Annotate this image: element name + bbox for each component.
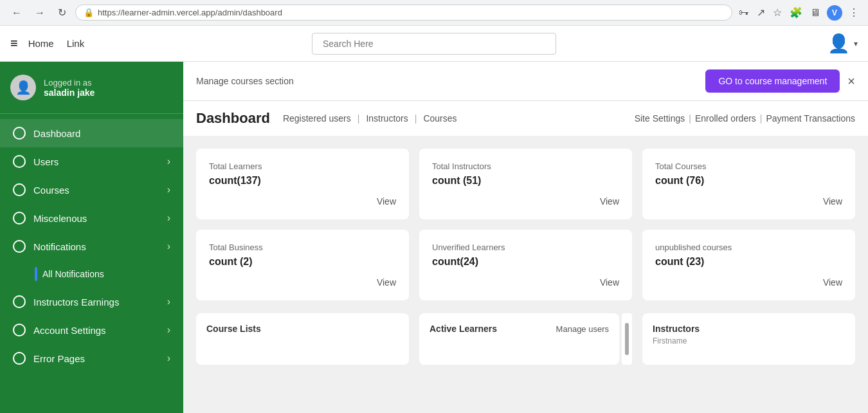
- payment-transactions-link[interactable]: Payment Transactions: [766, 113, 855, 124]
- search-input[interactable]: [312, 33, 556, 55]
- sidebar-item-label: Dashboard: [33, 128, 170, 139]
- circle-icon: [13, 155, 26, 168]
- stats-cards-grid: Total Learners count(137) View Total Ins…: [183, 136, 868, 313]
- sidebar-item-label: Miscelenous: [33, 213, 167, 224]
- stat-count: count (2): [209, 256, 396, 268]
- user-info: Logged in as saladin jake: [44, 78, 95, 98]
- link-nav[interactable]: Link: [67, 38, 85, 49]
- home-link[interactable]: Home: [28, 38, 54, 49]
- arrow-icon: ›: [167, 212, 170, 224]
- sidebar-item-users[interactable]: Users ›: [0, 147, 183, 176]
- browser-chrome: ← → ↻ 🔒 https://learner-admin.vercel.app…: [0, 0, 868, 26]
- sidebar-item-miscelenous[interactable]: Miscelenous ›: [0, 204, 183, 232]
- stat-count: count (51): [432, 175, 619, 187]
- bottom-card-header: Active Learners Manage users: [429, 324, 609, 334]
- circle-icon: [13, 295, 26, 308]
- circle-icon: [13, 240, 26, 253]
- site-settings-link[interactable]: Site Settings: [635, 113, 685, 124]
- stat-label: unpublished courses: [655, 243, 842, 252]
- bottom-card-title: Course Lists: [206, 324, 261, 334]
- manage-users-link[interactable]: Manage users: [556, 324, 609, 334]
- logged-in-label: Logged in as: [44, 78, 95, 87]
- browser-toolbar: 🗝 ↗ ☆ 🧩 🖥 V ⋮: [737, 5, 860, 21]
- bottom-card-active-learners: Active Learners Manage users: [419, 313, 619, 365]
- share-icon[interactable]: ↗: [755, 5, 766, 20]
- tab-registered-users[interactable]: Registered users: [280, 112, 354, 125]
- dashboard-settings-links: Site Settings | Enrolled orders | Paymen…: [635, 113, 855, 124]
- url-text: https://learner-admin.vercel.app/admin/d…: [98, 8, 282, 17]
- tab-instructors[interactable]: Instructors: [363, 112, 410, 125]
- scroll-bar[interactable]: [622, 313, 632, 365]
- arrow-icon: ›: [167, 156, 170, 167]
- view-link[interactable]: View: [600, 277, 619, 288]
- sidebar-item-label: Error Pages: [33, 353, 167, 364]
- view-link[interactable]: View: [823, 196, 842, 206]
- active-learners-section: Active Learners Manage users: [419, 313, 632, 365]
- bottom-card-title: Instructors: [653, 324, 700, 334]
- sidebar-sub-item-all-notifications[interactable]: All Notifications: [0, 261, 183, 288]
- stat-card-unverified-learners: Unverified Learners count(24) View: [419, 230, 632, 300]
- address-bar[interactable]: 🔒 https://learner-admin.vercel.app/admin…: [75, 5, 732, 21]
- bottom-cards-row: Course Lists Active Learners Manage user…: [183, 313, 868, 378]
- alert-text: Manage courses section: [196, 76, 294, 86]
- bottom-card-course-lists: Course Lists: [196, 313, 409, 365]
- hamburger-button[interactable]: ≡: [10, 36, 18, 51]
- sidebar-item-courses[interactable]: Courses ›: [0, 176, 183, 204]
- main-content: Manage courses section GO to course mana…: [183, 62, 868, 413]
- bottom-card-header: Instructors: [653, 324, 845, 334]
- sidebar-user-section: 👤 Logged in as saladin jake: [0, 62, 183, 114]
- sidebar-item-label: Notifications: [33, 241, 167, 252]
- sidebar-item-notifications[interactable]: Notifications ›: [0, 232, 183, 261]
- stat-card-unpublished-courses: unpublished courses count (23) View: [642, 230, 855, 300]
- main-nav: Home Link: [28, 38, 85, 49]
- stat-card-total-business: Total Business count (2) View: [196, 230, 409, 300]
- view-link[interactable]: View: [600, 196, 619, 206]
- stat-count: count (23): [655, 256, 842, 268]
- sidebar-item-label: Account Settings: [33, 325, 167, 336]
- circle-icon: [13, 352, 26, 365]
- view-link[interactable]: View: [377, 277, 396, 288]
- bottom-card-title: Active Learners: [429, 324, 497, 334]
- sidebar-item-label: Instructors Earnings: [33, 297, 167, 307]
- user-menu[interactable]: 👤 ▾: [827, 33, 858, 54]
- sidebar-item-account-settings[interactable]: Account Settings ›: [0, 316, 183, 344]
- profile-button[interactable]: V: [827, 5, 842, 21]
- search-container: [312, 33, 556, 55]
- arrow-icon: ›: [167, 241, 170, 252]
- menu-icon[interactable]: ⋮: [847, 5, 860, 20]
- go-to-course-management-button[interactable]: GO to course management: [705, 69, 840, 93]
- stat-label: Unverified Learners: [432, 243, 619, 252]
- tab-courses[interactable]: Courses: [420, 112, 459, 125]
- lock-icon: 🔒: [84, 8, 94, 17]
- star-icon[interactable]: ☆: [772, 5, 783, 20]
- view-link[interactable]: View: [823, 277, 842, 288]
- arrow-icon: ›: [167, 184, 170, 196]
- forward-button[interactable]: →: [31, 6, 49, 20]
- circle-icon: [13, 183, 26, 196]
- stat-count: count(137): [209, 175, 396, 187]
- extensions-icon[interactable]: 🧩: [788, 5, 804, 20]
- bottom-card-instructors: Instructors Firstname: [642, 313, 855, 365]
- dashboard-tabs: Registered users | Instructors | Courses: [280, 112, 460, 125]
- dashboard-title: Dashboard: [196, 110, 270, 127]
- cast-icon[interactable]: 🖥: [809, 6, 822, 20]
- alert-close-button[interactable]: ×: [847, 74, 855, 89]
- sidebar-item-dashboard[interactable]: Dashboard: [0, 119, 183, 147]
- settings-separator: |: [760, 113, 763, 124]
- key-icon[interactable]: 🗝: [737, 6, 750, 20]
- view-link[interactable]: View: [377, 196, 396, 206]
- stat-count: count (76): [655, 175, 842, 187]
- refresh-button[interactable]: ↻: [54, 5, 70, 20]
- sidebar-item-label: Courses: [33, 185, 167, 196]
- bottom-card-header: Course Lists: [206, 324, 399, 334]
- tab-separator: |: [415, 113, 417, 124]
- sidebar-item-error-pages[interactable]: Error Pages ›: [0, 344, 183, 372]
- bottom-card-subtitle: Firstname: [653, 336, 845, 345]
- arrow-icon: ›: [167, 296, 170, 307]
- user-avatar-icon: 👤: [827, 33, 850, 54]
- stat-label: Total Instructors: [432, 161, 619, 171]
- sidebar-item-instructors-earnings[interactable]: Instructors Earnings ›: [0, 288, 183, 316]
- chevron-down-icon: ▾: [854, 39, 858, 48]
- enrolled-orders-link[interactable]: Enrolled orders: [695, 113, 756, 124]
- back-button[interactable]: ←: [8, 6, 26, 20]
